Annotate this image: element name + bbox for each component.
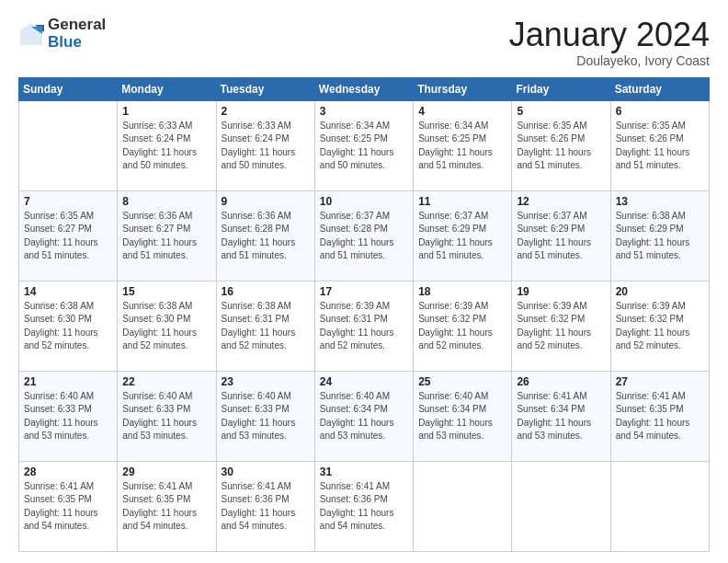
- day-info: Sunrise: 6:37 AM Sunset: 6:29 PM Dayligh…: [517, 210, 605, 263]
- calendar-cell: 4Sunrise: 6:34 AM Sunset: 6:25 PM Daylig…: [414, 100, 512, 190]
- weekday-header: Sunday: [19, 77, 118, 100]
- day-info: Sunrise: 6:37 AM Sunset: 6:28 PM Dayligh…: [320, 210, 408, 263]
- calendar-cell: 23Sunrise: 6:40 AM Sunset: 6:33 PM Dayli…: [216, 371, 314, 461]
- calendar-cell: 5Sunrise: 6:35 AM Sunset: 6:26 PM Daylig…: [512, 100, 610, 190]
- title-block: January 2024 Doulayeko, Ivory Coast: [509, 17, 710, 68]
- day-number: 27: [616, 375, 704, 388]
- day-info: Sunrise: 6:36 AM Sunset: 6:28 PM Dayligh…: [222, 210, 310, 263]
- day-number: 10: [320, 195, 408, 208]
- calendar-cell: 17Sunrise: 6:39 AM Sunset: 6:31 PM Dayli…: [314, 281, 413, 371]
- day-number: 15: [122, 285, 210, 298]
- calendar-cell: 22Sunrise: 6:40 AM Sunset: 6:33 PM Dayli…: [118, 371, 216, 461]
- calendar-cell: 26Sunrise: 6:41 AM Sunset: 6:34 PM Dayli…: [512, 371, 610, 461]
- day-number: 30: [222, 465, 310, 478]
- day-number: 13: [616, 195, 704, 208]
- day-number: 17: [320, 285, 408, 298]
- calendar-cell: 10Sunrise: 6:37 AM Sunset: 6:28 PM Dayli…: [314, 190, 413, 281]
- day-info: Sunrise: 6:35 AM Sunset: 6:26 PM Dayligh…: [616, 120, 704, 173]
- day-info: Sunrise: 6:40 AM Sunset: 6:33 PM Dayligh…: [24, 390, 112, 443]
- day-info: Sunrise: 6:33 AM Sunset: 6:24 PM Dayligh…: [222, 120, 310, 173]
- calendar-body: 1Sunrise: 6:33 AM Sunset: 6:24 PM Daylig…: [19, 100, 710, 551]
- day-info: Sunrise: 6:41 AM Sunset: 6:34 PM Dayligh…: [517, 390, 605, 443]
- calendar-week-row: 14Sunrise: 6:38 AM Sunset: 6:30 PM Dayli…: [19, 281, 710, 371]
- calendar-cell: 1Sunrise: 6:33 AM Sunset: 6:24 PM Daylig…: [118, 100, 216, 190]
- header: General Blue January 2024 Doulayeko, Ivo…: [18, 17, 710, 68]
- calendar-cell: 9Sunrise: 6:36 AM Sunset: 6:28 PM Daylig…: [216, 190, 314, 281]
- day-info: Sunrise: 6:38 AM Sunset: 6:30 PM Dayligh…: [122, 300, 210, 353]
- weekday-row: SundayMondayTuesdayWednesdayThursdayFrid…: [19, 77, 710, 100]
- calendar-cell: 13Sunrise: 6:38 AM Sunset: 6:29 PM Dayli…: [610, 190, 709, 281]
- logo-icon: [18, 21, 44, 47]
- day-number: 1: [122, 105, 210, 118]
- calendar-table: SundayMondayTuesdayWednesdayThursdayFrid…: [18, 77, 710, 552]
- day-number: 29: [122, 465, 210, 478]
- calendar-cell: 18Sunrise: 6:39 AM Sunset: 6:32 PM Dayli…: [414, 281, 512, 371]
- day-info: Sunrise: 6:41 AM Sunset: 6:36 PM Dayligh…: [222, 480, 310, 534]
- day-info: Sunrise: 6:40 AM Sunset: 6:33 PM Dayligh…: [222, 390, 310, 443]
- calendar-week-row: 1Sunrise: 6:33 AM Sunset: 6:24 PM Daylig…: [19, 100, 710, 190]
- day-number: 5: [517, 105, 605, 118]
- calendar-cell: 3Sunrise: 6:34 AM Sunset: 6:25 PM Daylig…: [314, 100, 413, 190]
- logo-general: General: [48, 17, 106, 34]
- day-info: Sunrise: 6:33 AM Sunset: 6:24 PM Dayligh…: [122, 120, 210, 173]
- location: Doulayeko, Ivory Coast: [509, 53, 710, 68]
- day-number: 28: [24, 465, 112, 478]
- day-number: 26: [517, 375, 605, 388]
- calendar-cell: 6Sunrise: 6:35 AM Sunset: 6:26 PM Daylig…: [610, 100, 709, 190]
- day-number: 7: [24, 195, 112, 208]
- day-number: 22: [122, 375, 210, 388]
- day-info: Sunrise: 6:34 AM Sunset: 6:25 PM Dayligh…: [418, 120, 506, 173]
- day-number: 24: [320, 375, 408, 388]
- day-info: Sunrise: 6:37 AM Sunset: 6:29 PM Dayligh…: [418, 210, 506, 263]
- day-info: Sunrise: 6:40 AM Sunset: 6:34 PM Dayligh…: [418, 390, 506, 443]
- calendar-cell: 28Sunrise: 6:41 AM Sunset: 6:35 PM Dayli…: [19, 461, 118, 551]
- calendar-cell: 8Sunrise: 6:36 AM Sunset: 6:27 PM Daylig…: [118, 190, 216, 281]
- calendar-cell: 11Sunrise: 6:37 AM Sunset: 6:29 PM Dayli…: [414, 190, 512, 281]
- calendar-cell: 24Sunrise: 6:40 AM Sunset: 6:34 PM Dayli…: [314, 371, 413, 461]
- calendar-cell: [19, 100, 118, 190]
- calendar-cell: 20Sunrise: 6:39 AM Sunset: 6:32 PM Dayli…: [610, 281, 709, 371]
- calendar-cell: 21Sunrise: 6:40 AM Sunset: 6:33 PM Dayli…: [19, 371, 118, 461]
- day-info: Sunrise: 6:38 AM Sunset: 6:30 PM Dayligh…: [24, 300, 112, 353]
- weekday-header: Saturday: [610, 77, 709, 100]
- calendar-week-row: 21Sunrise: 6:40 AM Sunset: 6:33 PM Dayli…: [19, 371, 710, 461]
- day-number: 31: [320, 465, 408, 478]
- page: General Blue January 2024 Doulayeko, Ivo…: [0, 0, 728, 563]
- day-number: 19: [517, 285, 605, 298]
- weekday-header: Wednesday: [314, 77, 413, 100]
- calendar-header: SundayMondayTuesdayWednesdayThursdayFrid…: [19, 77, 710, 100]
- calendar-cell: 19Sunrise: 6:39 AM Sunset: 6:32 PM Dayli…: [512, 281, 610, 371]
- calendar-cell: [414, 461, 512, 551]
- logo-text: General Blue: [48, 17, 106, 51]
- day-number: 21: [24, 375, 112, 388]
- day-number: 18: [418, 285, 506, 298]
- day-number: 25: [418, 375, 506, 388]
- calendar-cell: 15Sunrise: 6:38 AM Sunset: 6:30 PM Dayli…: [118, 281, 216, 371]
- day-number: 23: [222, 375, 310, 388]
- calendar-week-row: 7Sunrise: 6:35 AM Sunset: 6:27 PM Daylig…: [19, 190, 710, 281]
- day-info: Sunrise: 6:41 AM Sunset: 6:35 PM Dayligh…: [24, 480, 112, 534]
- day-info: Sunrise: 6:38 AM Sunset: 6:29 PM Dayligh…: [616, 210, 704, 263]
- day-number: 20: [616, 285, 704, 298]
- day-number: 14: [24, 285, 112, 298]
- day-info: Sunrise: 6:40 AM Sunset: 6:34 PM Dayligh…: [320, 390, 408, 443]
- day-info: Sunrise: 6:40 AM Sunset: 6:33 PM Dayligh…: [122, 390, 210, 443]
- day-info: Sunrise: 6:35 AM Sunset: 6:26 PM Dayligh…: [517, 120, 605, 173]
- day-number: 16: [222, 285, 310, 298]
- day-info: Sunrise: 6:38 AM Sunset: 6:31 PM Dayligh…: [222, 300, 310, 353]
- day-info: Sunrise: 6:41 AM Sunset: 6:35 PM Dayligh…: [616, 390, 704, 443]
- day-info: Sunrise: 6:39 AM Sunset: 6:32 PM Dayligh…: [517, 300, 605, 353]
- weekday-header: Monday: [118, 77, 216, 100]
- calendar-cell: 30Sunrise: 6:41 AM Sunset: 6:36 PM Dayli…: [216, 461, 314, 551]
- day-info: Sunrise: 6:39 AM Sunset: 6:32 PM Dayligh…: [616, 300, 704, 353]
- weekday-header: Thursday: [414, 77, 512, 100]
- day-number: 4: [418, 105, 506, 118]
- calendar-cell: 27Sunrise: 6:41 AM Sunset: 6:35 PM Dayli…: [610, 371, 709, 461]
- calendar-cell: 14Sunrise: 6:38 AM Sunset: 6:30 PM Dayli…: [19, 281, 118, 371]
- day-info: Sunrise: 6:41 AM Sunset: 6:36 PM Dayligh…: [320, 480, 408, 534]
- day-info: Sunrise: 6:36 AM Sunset: 6:27 PM Dayligh…: [122, 210, 210, 263]
- day-number: 3: [320, 105, 408, 118]
- day-number: 6: [616, 105, 704, 118]
- day-number: 11: [418, 195, 506, 208]
- logo: General Blue: [18, 17, 106, 51]
